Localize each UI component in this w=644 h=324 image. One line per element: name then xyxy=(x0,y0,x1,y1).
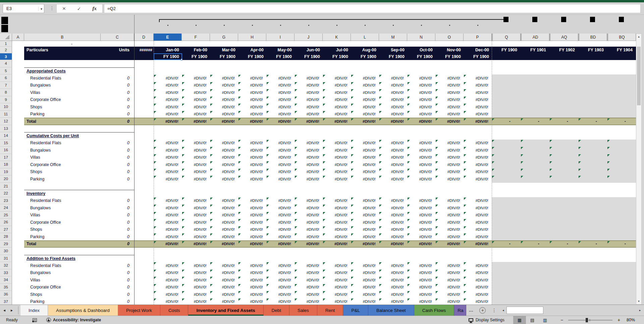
cell[interactable] xyxy=(266,60,294,67)
shaded-cell[interactable] xyxy=(492,175,521,183)
error-cell[interactable]: #DIV/0! xyxy=(266,154,294,161)
cell[interactable] xyxy=(134,284,154,291)
cell[interactable] xyxy=(101,248,134,255)
cell[interactable] xyxy=(210,60,238,67)
cell[interactable] xyxy=(210,248,238,255)
cell[interactable] xyxy=(101,183,134,190)
error-cell[interactable]: #DIV/0! xyxy=(379,262,407,269)
zoom-out-button[interactable]: − xyxy=(559,317,565,323)
row-header-23[interactable]: 23 xyxy=(0,197,12,205)
error-cell[interactable]: #DIV/0! xyxy=(379,269,407,277)
total-error-cell[interactable]: #DIV/0! xyxy=(210,240,238,248)
shaded-cell[interactable] xyxy=(549,226,578,233)
error-cell[interactable]: #DIV/0! xyxy=(435,298,464,305)
error-cell[interactable]: #DIV/0! xyxy=(323,161,351,168)
shaded-cell[interactable] xyxy=(578,89,607,96)
error-cell[interactable]: #DIV/0! xyxy=(154,175,182,183)
row-header-32[interactable]: 32 xyxy=(0,262,12,269)
cell[interactable] xyxy=(134,140,154,147)
cell[interactable] xyxy=(607,41,636,47)
cell-A35[interactable] xyxy=(12,284,24,291)
row-header-9[interactable]: 9 xyxy=(0,96,12,104)
cell[interactable] xyxy=(521,255,549,262)
cell[interactable] xyxy=(578,255,607,262)
error-cell[interactable]: #DIV/0! xyxy=(435,89,464,96)
cell[interactable] xyxy=(101,41,134,47)
error-cell[interactable]: #DIV/0! xyxy=(351,111,379,118)
row-header-19[interactable]: 19 xyxy=(0,168,12,176)
scroll-down-icon[interactable]: ▼ xyxy=(636,299,641,304)
cell[interactable] xyxy=(549,132,578,140)
header-units[interactable]: Units xyxy=(101,47,134,53)
error-cell[interactable]: #DIV/0! xyxy=(407,284,435,291)
sheet-tab-balance-sheet[interactable]: Balance Sheet xyxy=(368,305,414,316)
shaded-cell[interactable] xyxy=(578,284,607,291)
shaded-cell[interactable] xyxy=(578,276,607,284)
error-cell[interactable]: #DIV/0! xyxy=(210,219,238,226)
error-cell[interactable]: #DIV/0! xyxy=(238,276,266,284)
error-cell[interactable]: #DIV/0! xyxy=(210,175,238,183)
cell[interactable] xyxy=(521,132,549,140)
header-fy-row3-2[interactable]: FY 1900 xyxy=(210,53,238,60)
error-cell[interactable]: #DIV/0! xyxy=(435,233,464,240)
row-header-18[interactable]: 18 xyxy=(0,161,12,168)
error-cell[interactable]: #DIV/0! xyxy=(154,111,182,118)
total-error-cell[interactable]: #DIV/0! xyxy=(238,240,266,248)
error-cell[interactable]: #DIV/0! xyxy=(294,212,323,219)
error-cell[interactable]: #DIV/0! xyxy=(266,96,294,104)
error-cell[interactable]: #DIV/0! xyxy=(323,140,351,147)
item-units[interactable]: 0 xyxy=(101,269,134,277)
total-error-cell[interactable]: #DIV/0! xyxy=(407,118,435,125)
item-units[interactable]: 0 xyxy=(101,154,134,161)
error-cell[interactable]: #DIV/0! xyxy=(182,204,210,212)
shaded-cell[interactable] xyxy=(521,161,549,168)
header-month-9[interactable]: Oct-00 xyxy=(407,47,435,53)
header-fy-row3-10[interactable]: FY 1900 xyxy=(435,53,464,60)
total-dash-cell[interactable]: - xyxy=(607,118,636,125)
cell[interactable] xyxy=(266,190,294,197)
error-cell[interactable]: #DIV/0! xyxy=(182,111,210,118)
error-cell[interactable]: #DIV/0! xyxy=(407,74,435,82)
row-header-31[interactable]: 31 xyxy=(0,255,12,262)
row-header-33[interactable]: 33 xyxy=(0,269,12,277)
error-cell[interactable]: #DIV/0! xyxy=(407,154,435,161)
cell[interactable] xyxy=(435,41,464,47)
row-header-27[interactable]: 27 xyxy=(0,226,12,233)
shaded-cell[interactable] xyxy=(549,147,578,154)
cell[interactable] xyxy=(134,103,154,111)
cell[interactable] xyxy=(154,125,182,132)
column-header-AQ[interactable]: AQ xyxy=(549,34,578,41)
outline-level-1-button[interactable] xyxy=(1,17,8,24)
row-header-6[interactable]: 6 xyxy=(0,74,12,82)
row-header-17[interactable]: 17 xyxy=(0,154,12,161)
error-cell[interactable]: #DIV/0! xyxy=(182,298,210,305)
shaded-cell[interactable] xyxy=(492,276,521,284)
error-cell[interactable]: #DIV/0! xyxy=(182,168,210,176)
shaded-cell[interactable] xyxy=(549,175,578,183)
cell[interactable] xyxy=(134,298,154,305)
cell[interactable] xyxy=(182,67,210,75)
header-month-8[interactable]: Sep-00 xyxy=(379,47,407,53)
cell[interactable] xyxy=(134,154,154,161)
shaded-cell[interactable] xyxy=(549,111,578,118)
shaded-cell[interactable] xyxy=(578,103,607,111)
cell[interactable] xyxy=(238,41,266,47)
cell[interactable] xyxy=(101,132,134,140)
cell[interactable] xyxy=(379,67,407,75)
cell[interactable] xyxy=(134,132,154,140)
error-cell[interactable]: #DIV/0! xyxy=(464,154,492,161)
row-header-22[interactable]: 22 xyxy=(0,190,12,197)
cell[interactable] xyxy=(521,53,549,60)
cell-A18[interactable] xyxy=(12,161,24,168)
error-cell[interactable]: #DIV/0! xyxy=(379,140,407,147)
row-header-5[interactable]: 5 xyxy=(0,67,12,75)
error-cell[interactable]: #DIV/0! xyxy=(379,89,407,96)
shaded-cell[interactable] xyxy=(492,269,521,277)
total-dash-cell[interactable]: - xyxy=(492,118,521,125)
more-tabs-ellipsis[interactable]: ... xyxy=(466,305,476,316)
error-cell[interactable]: #DIV/0! xyxy=(266,204,294,212)
error-cell[interactable]: #DIV/0! xyxy=(464,168,492,176)
cell[interactable] xyxy=(435,60,464,67)
error-cell[interactable]: #DIV/0! xyxy=(464,226,492,233)
error-cell[interactable]: #DIV/0! xyxy=(182,276,210,284)
